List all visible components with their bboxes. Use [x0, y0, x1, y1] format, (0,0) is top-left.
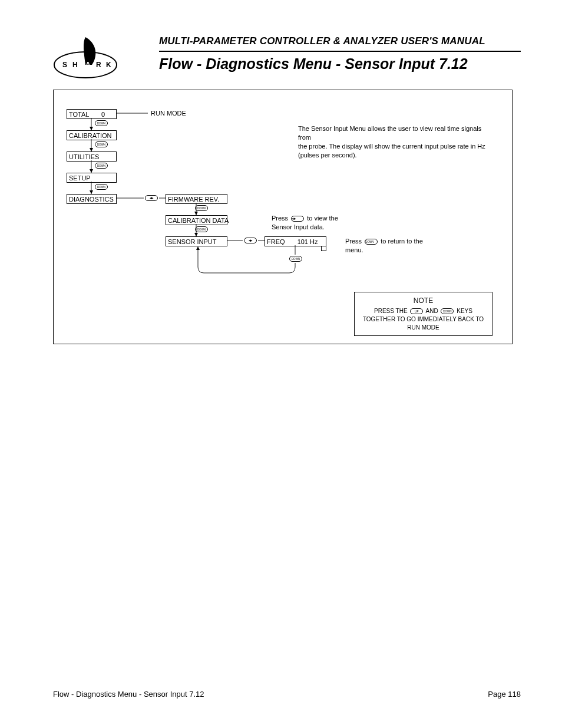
left-right-button-icon[interactable] — [145, 195, 158, 201]
page-title: Flow - Diagnostics Menu - Sensor Input 7… — [159, 55, 521, 73]
svg-text:R: R — [96, 61, 101, 69]
svg-text:H: H — [72, 61, 78, 69]
press-view-text: Press to view the Sensor Input data. — [272, 214, 354, 232]
up-button-icon: UP — [410, 308, 423, 314]
intro-text: The Sensor Input Menu allows the user to… — [298, 124, 492, 159]
page-footer: Flow - Diagnostics Menu - Sensor Input 7… — [53, 690, 521, 699]
menu-total-label: TOTAL — [69, 111, 89, 118]
menu-freq-value: 101 Hz — [297, 238, 318, 245]
note-box: NOTE PRESS THE UP AND DOWN KEYS TOGETHER… — [354, 292, 492, 336]
menu-flow-diagram: TOTAL 0 RUN MODE CALIBRATION UTILITIES S… — [53, 90, 513, 344]
menu-utilities: UTILITIES — [67, 151, 117, 162]
menu-firmware-rev: FIRMWARE REV. — [166, 194, 227, 204]
press-view-3: Sensor Input data. — [272, 223, 325, 230]
menu-total-value: 0 — [101, 111, 105, 118]
down-button-icon[interactable]: DOWN — [95, 120, 108, 126]
press-return-text: Press DOWN to return to the menu. — [345, 237, 439, 255]
press-view-2: to view the — [307, 215, 338, 222]
note-line-2: TOGETHER TO GO IMMEDIATELY BACK TO — [359, 315, 487, 324]
header-divider — [159, 51, 521, 52]
shark-logo-icon: S H A R K — [53, 35, 118, 79]
note-title: NOTE — [359, 296, 487, 306]
down-button-icon[interactable]: DOWN — [289, 256, 302, 262]
scroll-indicator-icon — [321, 246, 326, 251]
footer-page-number: Page 118 — [488, 690, 521, 699]
left-right-button-icon[interactable] — [244, 238, 257, 243]
svg-text:A: A — [85, 61, 91, 69]
down-button-icon[interactable]: DOWN — [195, 226, 208, 232]
down-button-icon[interactable]: DOWN — [195, 205, 208, 211]
down-button-icon[interactable]: DOWN — [95, 141, 108, 147]
intro-line-1: The Sensor Input Menu allows the user to… — [298, 125, 481, 141]
menu-sensor-input: SENSOR INPUT — [166, 236, 227, 246]
note-line-3: RUN MODE — [359, 324, 487, 332]
svg-text:S: S — [62, 61, 67, 69]
down-button-icon[interactable]: DOWN — [95, 163, 108, 169]
run-mode-label: RUN MODE — [151, 110, 186, 117]
menu-setup: SETUP — [67, 173, 117, 183]
note-line-1: PRESS THE UP AND DOWN KEYS — [359, 307, 487, 315]
menu-freq-label: FREQ — [267, 238, 285, 245]
press-return-1: Press — [345, 238, 362, 245]
down-button-icon: DOWN — [441, 308, 454, 314]
manual-title: MULTI-PARAMETER CONTROLLER & ANALYZER US… — [159, 35, 521, 47]
intro-line-2: the probe. The display will show the cur… — [298, 143, 485, 150]
menu-calibration: CALIBRATION — [67, 130, 117, 140]
press-return-3: menu. — [345, 246, 363, 253]
svg-text:K: K — [106, 61, 111, 69]
menu-calibration-data: CALIBRATION DATA — [166, 215, 227, 225]
down-button-icon: DOWN — [365, 239, 378, 245]
intro-line-3: (pulses per second). — [298, 151, 357, 159]
menu-total: TOTAL 0 — [67, 109, 117, 119]
footer-title: Flow - Diagnostics Menu - Sensor Input 7… — [53, 690, 204, 699]
press-return-2: to return to the — [381, 238, 423, 245]
page-header: S H A R K MULTI-PARAMETER CONTROLLER & A… — [35, 35, 527, 88]
down-button-icon[interactable]: DOWN — [95, 184, 108, 190]
menu-freq: FREQ 101 Hz — [265, 236, 326, 246]
left-right-button-icon — [291, 216, 304, 222]
press-view-1: Press — [272, 215, 288, 222]
menu-diagnostics: DIAGNOSTICS — [67, 194, 117, 204]
svg-marker-24 — [196, 246, 200, 250]
